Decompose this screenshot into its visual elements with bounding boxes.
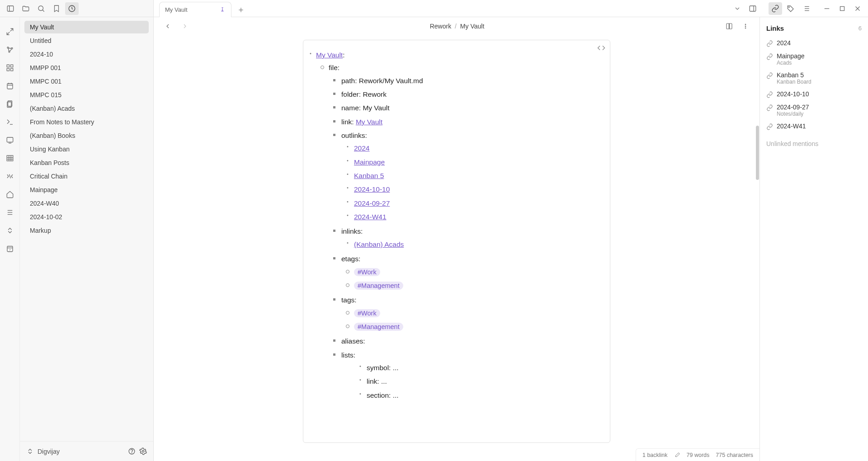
settings-icon[interactable] <box>139 447 147 455</box>
file-item[interactable]: My Vault <box>24 21 149 33</box>
outlink[interactable]: Kanban 5 <box>354 172 384 179</box>
link-item[interactable]: 2024-W41 <box>766 120 862 133</box>
file-item[interactable]: MMPC 001 <box>24 75 149 88</box>
templates-icon[interactable] <box>4 98 16 110</box>
link-item[interactable]: 2024 <box>766 37 862 50</box>
template-insert-icon[interactable] <box>4 170 16 183</box>
unlinked-mentions[interactable]: Unlinked mentions <box>766 140 862 147</box>
more-options-icon[interactable] <box>739 20 752 33</box>
right-sidebar-toggle-icon[interactable] <box>746 2 760 15</box>
svg-line-3 <box>42 10 44 12</box>
tag[interactable]: #Work <box>354 268 380 276</box>
calendar-icon[interactable]: 7 <box>4 242 16 255</box>
right-panel-count: 6 <box>859 25 862 32</box>
outline-pane-icon[interactable] <box>799 2 813 15</box>
file-item[interactable]: Critical Chain <box>24 170 149 183</box>
tab-bar: My Vault <box>154 0 731 17</box>
edit-icon[interactable] <box>674 452 680 458</box>
file-item[interactable]: 2024-W40 <box>24 197 149 210</box>
breadcrumb-folder: Rework <box>430 23 451 30</box>
outlink[interactable]: 2024 <box>354 144 369 152</box>
tag[interactable]: #Management <box>354 282 403 290</box>
help-icon[interactable] <box>128 447 136 455</box>
reading-mode-icon[interactable] <box>722 20 736 33</box>
sidebar: My Vault Untitled 2024-10 MMPP 001 MMPC … <box>20 17 154 461</box>
file-item[interactable]: 2024-10 <box>24 48 149 61</box>
file-item[interactable]: (Kanban) Books <box>24 129 149 142</box>
breadcrumb-sep: / <box>455 23 457 30</box>
tag[interactable]: #Work <box>354 309 380 317</box>
link-item[interactable]: MainpageAcads <box>766 50 862 69</box>
file-item[interactable]: (Kanban) Acads <box>24 102 149 115</box>
outlink[interactable]: 2024-W41 <box>354 213 387 221</box>
outline-icon[interactable] <box>4 206 16 219</box>
link-icon <box>766 91 773 98</box>
tab-label: My Vault <box>165 6 188 13</box>
outlink[interactable]: Mainpage <box>354 158 385 166</box>
svg-rect-17 <box>840 6 844 10</box>
right-panel-header: Links 6 <box>766 24 862 32</box>
file-item[interactable]: Using Kanban <box>24 143 149 155</box>
main-layout: 7 My Vault Untitled 2024-10 MMPP 001 MMP… <box>0 17 868 461</box>
link-item[interactable]: 2024-10-10 <box>766 88 862 101</box>
quick-switcher-icon[interactable] <box>4 25 16 38</box>
svg-rect-28 <box>7 69 9 71</box>
svg-line-44 <box>9 174 10 179</box>
outlink[interactable]: 2024-09-27 <box>354 199 390 207</box>
canvas-icon[interactable] <box>4 61 16 74</box>
outlink[interactable]: 2024-10-10 <box>354 185 390 193</box>
nav-back-icon[interactable] <box>161 20 175 33</box>
close-window-icon[interactable] <box>851 2 864 15</box>
collapse-sidebar-icon[interactable] <box>4 2 17 15</box>
folder-icon[interactable] <box>19 2 33 15</box>
file-item[interactable]: MMPP 001 <box>24 61 149 74</box>
svg-point-55 <box>745 26 746 27</box>
inlink[interactable]: (Kanban) Acads <box>354 240 404 248</box>
file-item[interactable]: Markup <box>24 224 149 237</box>
file-item[interactable]: 2024-10-02 <box>24 211 149 223</box>
editor-body[interactable]: My Vault: file: path: Rework/My Vault.md… <box>154 35 760 461</box>
minimize-window-icon[interactable] <box>820 2 834 15</box>
graph-view-icon[interactable] <box>4 43 16 56</box>
search-icon[interactable] <box>34 2 48 15</box>
table-icon[interactable] <box>4 152 16 165</box>
svg-line-25 <box>8 48 9 51</box>
scrollbar-thumb[interactable] <box>756 126 759 180</box>
slides-icon[interactable] <box>4 134 16 146</box>
command-palette-icon[interactable] <box>4 116 16 128</box>
nav-forward-icon[interactable] <box>178 20 192 33</box>
recent-icon[interactable] <box>65 2 79 15</box>
home-icon[interactable] <box>4 188 16 201</box>
file-item[interactable]: Untitled <box>24 34 149 47</box>
titlebar-left-tools <box>0 0 154 17</box>
link-item[interactable]: 2024-09-27Notes/daily <box>766 101 862 120</box>
vault-name[interactable]: Digvijay <box>38 448 60 455</box>
tag[interactable]: #Management <box>354 323 403 331</box>
file-item[interactable]: Mainpage <box>24 183 149 196</box>
file-item[interactable]: From Notes to Mastery <box>24 116 149 128</box>
file-item[interactable]: Kanban Posts <box>24 156 149 169</box>
maximize-window-icon[interactable] <box>835 2 849 15</box>
links-pane-icon[interactable] <box>769 2 782 15</box>
backlink-count[interactable]: 1 backlink <box>642 452 668 458</box>
pin-icon[interactable] <box>219 7 226 13</box>
tab-my-vault[interactable]: My Vault <box>159 2 231 17</box>
svg-rect-29 <box>10 69 13 71</box>
sync-icon[interactable] <box>4 224 16 237</box>
breadcrumb[interactable]: Rework / My Vault <box>196 23 718 30</box>
source-mode-icon[interactable] <box>597 44 605 53</box>
bookmark-icon[interactable] <box>50 2 63 15</box>
tags-pane-icon[interactable] <box>784 2 797 15</box>
root-link[interactable]: My Vault <box>316 51 343 59</box>
scrollbar[interactable] <box>755 35 760 448</box>
content-card: My Vault: file: path: Rework/My Vault.md… <box>303 40 610 443</box>
daily-note-icon[interactable] <box>4 80 16 92</box>
svg-line-23 <box>8 48 11 48</box>
link-item[interactable]: Kanban 5Kanban Board <box>766 69 862 88</box>
right-panel-title: Links <box>766 24 784 32</box>
link-target[interactable]: My Vault <box>356 118 382 126</box>
vault-switcher-icon[interactable] <box>26 447 34 455</box>
new-tab-button[interactable] <box>234 3 248 17</box>
file-item[interactable]: MMPC 015 <box>24 89 149 101</box>
tab-dropdown-icon[interactable] <box>731 2 744 15</box>
